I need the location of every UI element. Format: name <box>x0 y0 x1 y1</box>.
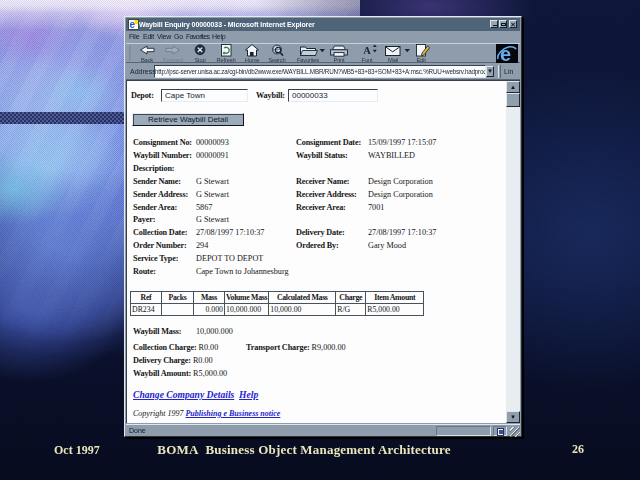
svg-text:A: A <box>363 45 371 56</box>
svg-text:e: e <box>130 20 136 29</box>
